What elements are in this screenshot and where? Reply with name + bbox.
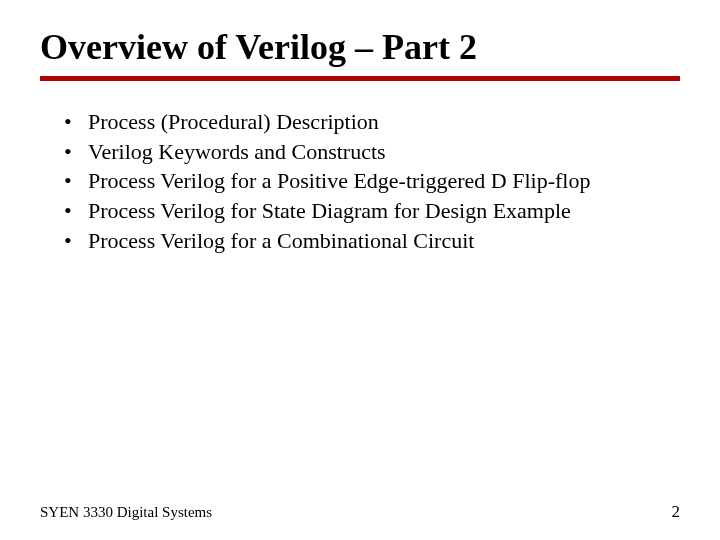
list-item: Process Verilog for a Combinational Circ… xyxy=(60,226,680,256)
slide: Overview of Verilog – Part 2 Process (Pr… xyxy=(0,0,720,540)
list-item: Process (Procedural) Description xyxy=(60,107,680,137)
slide-title: Overview of Verilog – Part 2 xyxy=(40,26,680,68)
list-item: Verilog Keywords and Constructs xyxy=(60,137,680,167)
bullet-list: Process (Procedural) Description Verilog… xyxy=(60,107,680,255)
footer-course: SYEN 3330 Digital Systems xyxy=(40,504,212,521)
content-area: Process (Procedural) Description Verilog… xyxy=(40,107,680,255)
footer: SYEN 3330 Digital Systems 2 xyxy=(40,502,680,522)
list-item: Process Verilog for a Positive Edge-trig… xyxy=(60,166,680,196)
footer-page-number: 2 xyxy=(672,502,681,522)
title-underline xyxy=(40,76,680,81)
list-item: Process Verilog for State Diagram for De… xyxy=(60,196,680,226)
